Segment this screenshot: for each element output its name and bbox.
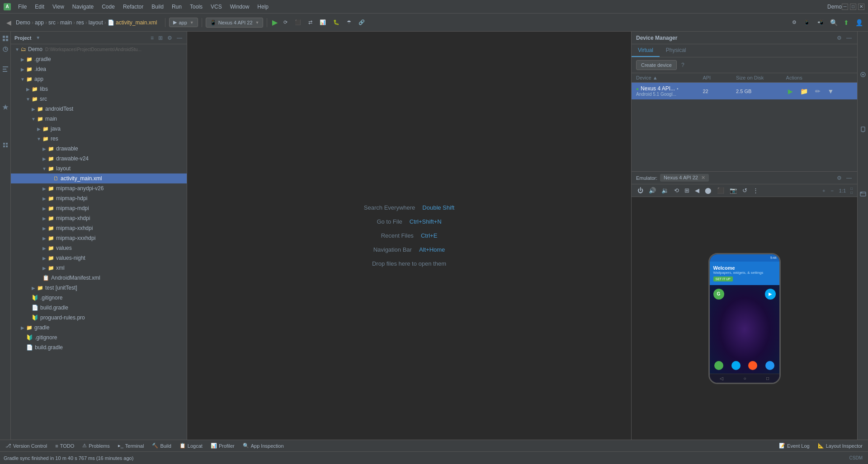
em-back-button[interactable]: ◀	[693, 186, 701, 195]
tool-layout-inspector[interactable]: 📐 Layout Inspector	[814, 441, 866, 451]
menu-build[interactable]: Build	[148, 3, 167, 11]
tree-item-gitignore-app[interactable]: 🔰 .gitignore	[11, 293, 187, 303]
breadcrumb-src[interactable]: src	[48, 19, 56, 26]
sidebar-device-file-explorer-tab[interactable]	[858, 189, 868, 199]
rebuild-button[interactable]: ⟳	[281, 18, 290, 27]
device-run-button[interactable]: ▶	[786, 87, 795, 96]
tree-item-androidtest[interactable]: ▶ 📁 androidTest	[11, 104, 187, 114]
avd-button[interactable]: 📱	[801, 18, 813, 27]
tree-item-idea[interactable]: ▶ 📁 .idea	[11, 64, 187, 74]
device-folder-button[interactable]: 📁	[798, 87, 810, 96]
tree-item-java[interactable]: ▶ 📁 java	[11, 124, 187, 134]
tree-item-build-gradle-app[interactable]: 📄 build.gradle	[11, 303, 187, 313]
app-selector[interactable]: ▶ app ▼	[169, 18, 198, 27]
tree-item-gitignore-root[interactable]: 🔰 .gitignore	[11, 333, 187, 342]
tool-version-control[interactable]: ⎇ Version Control	[2, 441, 51, 451]
tree-item-drawable[interactable]: ▶ 📁 drawable	[11, 144, 187, 154]
menu-help[interactable]: Help	[254, 3, 272, 11]
tree-item-gradle-dir[interactable]: ▶ 📁 gradle	[11, 323, 187, 333]
menu-view[interactable]: View	[49, 3, 68, 11]
breadcrumb-current-file[interactable]: 📄 activity_main.xml	[108, 19, 157, 26]
project-expand-all[interactable]: ⊞	[157, 34, 164, 42]
debug-button[interactable]: 🐛	[330, 18, 342, 27]
em-volume-up-button[interactable]: 🔊	[647, 186, 657, 195]
tool-terminal[interactable]: ▸_ Terminal	[114, 441, 148, 451]
create-device-button[interactable]: Create device	[636, 60, 677, 70]
tool-event-log[interactable]: 📝 Event Log	[775, 441, 813, 451]
sidebar-build-variants-tab[interactable]	[0, 140, 10, 150]
device-manager-settings[interactable]: ⚙	[836, 34, 843, 42]
attach-button[interactable]: 🔗	[356, 18, 368, 27]
breadcrumb-demo[interactable]: Demo	[16, 19, 30, 26]
tree-item-mipmap-xxhdpi[interactable]: ▶ 📁 mipmap-xxhdpi	[11, 223, 187, 233]
menu-vcs[interactable]: VCS	[207, 3, 226, 11]
tree-item-manifest[interactable]: 📋 AndroidManifest.xml	[11, 273, 187, 283]
back-button[interactable]: ◀	[4, 18, 14, 28]
device-more-button[interactable]: ▼	[826, 87, 836, 96]
search-button[interactable]: 🔍	[828, 17, 839, 28]
tool-todo[interactable]: ≡ TODO	[52, 441, 78, 451]
tool-problems[interactable]: ⚠ Problems	[79, 441, 113, 451]
em-home-button[interactable]: ⬤	[703, 186, 713, 195]
tool-profiler[interactable]: 📊 Profiler	[207, 441, 238, 451]
menu-navigate[interactable]: Navigate	[69, 3, 97, 11]
em-more-button[interactable]: ⋮	[751, 186, 760, 195]
breadcrumb-res[interactable]: res	[76, 19, 84, 26]
tree-item-mipmap-mdpi[interactable]: ▶ 📁 mipmap-mdpi	[11, 203, 187, 213]
device-edit-button[interactable]: ✏	[813, 87, 822, 96]
sync-button[interactable]: ⇄	[306, 18, 315, 27]
tree-item-res[interactable]: ▼ 📁 res	[11, 134, 187, 144]
profile-button[interactable]: 👤	[854, 17, 864, 28]
device-selector[interactable]: 📱 Nexus 4 API 22 ▼	[206, 18, 264, 28]
tree-item-mipmap-xhdpi[interactable]: ▶ 📁 mipmap-xhdpi	[11, 213, 187, 223]
stop-button[interactable]: ⬛	[292, 18, 304, 27]
project-collapse-all[interactable]: ≡	[150, 34, 155, 42]
device-row-nexus4[interactable]: ● Nexus 4 API... • Android 5.1 Googl... …	[632, 83, 857, 99]
project-dropdown[interactable]: ▼	[36, 35, 40, 40]
tree-item-test[interactable]: ▶ 📁 test [unitTest]	[11, 283, 187, 293]
tree-item-mipmap-hdpi[interactable]: ▶ 📁 mipmap-hdpi	[11, 193, 187, 203]
tree-item-build-gradle-root[interactable]: 📄 build.gradle	[11, 342, 187, 352]
tree-item-values[interactable]: ▶ 📁 values	[11, 243, 187, 253]
sidebar-emulator-tab[interactable]	[858, 125, 868, 135]
tree-root-demo[interactable]: ▼ 🗂 Demo D:\Workspaces\ProjectDocuments\…	[11, 44, 187, 54]
tree-item-values-night[interactable]: ▶ 📁 values-night	[11, 253, 187, 263]
em-screenshot-button[interactable]: 📷	[728, 186, 738, 195]
maximize-button[interactable]: □	[850, 4, 856, 10]
tree-item-activity-main[interactable]: 🗋 activity_main.xml	[11, 173, 187, 183]
menu-window[interactable]: Window	[226, 3, 253, 11]
menu-refactor[interactable]: Refactor	[119, 3, 147, 11]
tool-app-inspection[interactable]: 🔍 App Inspection	[239, 441, 288, 451]
sidebar-structure-tab[interactable]	[0, 64, 10, 74]
menu-edit[interactable]: Edit	[31, 3, 48, 11]
sidebar-project-tab[interactable]	[0, 33, 10, 43]
tree-item-src[interactable]: ▼ 📁 src	[11, 94, 187, 104]
em-replay-button[interactable]: ↺	[741, 186, 749, 195]
em-volume-down-button[interactable]: 🔉	[660, 186, 670, 195]
profiler-button[interactable]: 📊	[317, 18, 329, 27]
menu-code[interactable]: Code	[98, 3, 118, 11]
em-power-button[interactable]: ⏻	[636, 186, 645, 195]
device-tab-physical[interactable]: Physical	[660, 44, 693, 57]
em-recents-button[interactable]: ⬛	[716, 186, 726, 195]
coverage-button[interactable]: ☂	[344, 18, 354, 27]
phone-settings-button[interactable]: SET IT UP	[713, 277, 733, 281]
emulator-close-tab[interactable]: ✕	[701, 175, 705, 180]
sidebar-ai-assistant-tab[interactable]	[858, 70, 868, 80]
sidebar-resource-tab[interactable]	[0, 44, 10, 54]
device-help-button[interactable]: ?	[680, 61, 685, 69]
emulator-device-tab[interactable]: Nexus 4 API 22 ✕	[660, 174, 709, 182]
tree-item-drawable-v24[interactable]: ▶ 📁 drawable-v24	[11, 154, 187, 164]
menu-file[interactable]: File	[14, 3, 30, 11]
tree-item-mipmap-anydpi[interactable]: ▶ 📁 mipmap-anydpi-v26	[11, 183, 187, 193]
run-config-button[interactable]: ⚙	[789, 18, 799, 27]
emulator-settings[interactable]: ⚙	[836, 174, 843, 182]
tool-build[interactable]: 🔨 Build	[148, 441, 175, 451]
device-manager-button[interactable]: 📲	[815, 18, 826, 27]
emulator-minimize[interactable]: —	[845, 174, 853, 182]
tree-item-libs[interactable]: ▶ 📁 libs	[11, 84, 187, 94]
update-button[interactable]: ⬆	[841, 17, 852, 28]
run-button[interactable]: ▶	[271, 17, 279, 28]
project-settings[interactable]: ⚙	[166, 34, 173, 42]
breadcrumb-app[interactable]: app	[35, 19, 44, 26]
